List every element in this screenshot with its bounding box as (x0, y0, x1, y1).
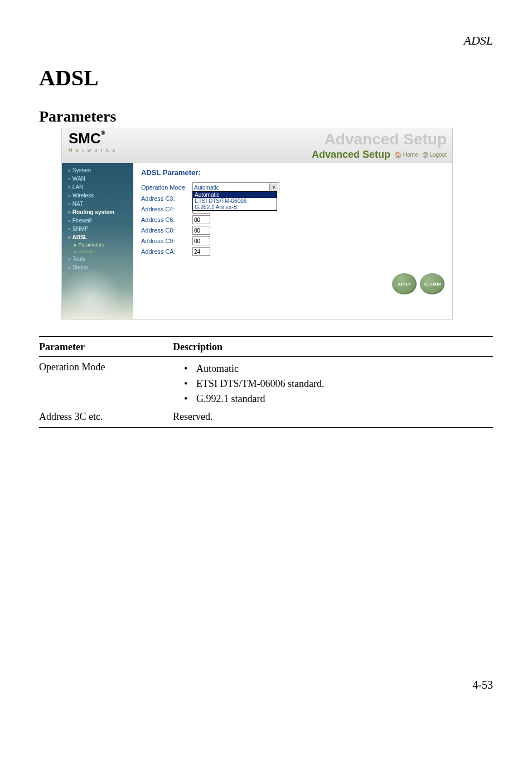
bullet-icon: ○ (67, 209, 71, 215)
address-row: Address C6: (141, 215, 444, 224)
sidebar-item-tools[interactable]: ○ Tools (62, 255, 133, 263)
logo-text: SMC (69, 130, 101, 147)
dropdown-option[interactable]: Automatic (193, 192, 277, 198)
address-row: Address CA: (141, 247, 444, 256)
address-row: Address C9: (141, 236, 444, 245)
logout-link[interactable]: @ Logout (422, 152, 447, 158)
sidebar-item-wireless[interactable]: ○ Wireless (62, 191, 133, 200)
list-item: G.992.1 standard (184, 391, 493, 407)
bullet-icon: ○ (67, 184, 71, 190)
sidebar-item-label: Tools (72, 256, 85, 262)
home-link[interactable]: 🏠 Home (395, 152, 418, 158)
bullet-icon: ○ (67, 176, 71, 182)
page-number: 4-53 (472, 679, 493, 691)
section-heading: Parameters (39, 108, 493, 125)
content-panel: ADSL Parameter: Operation Mode: Automati… (133, 163, 452, 319)
sidebar-sub-label: Status (79, 249, 93, 254)
table-top-rule (39, 336, 493, 337)
address-input[interactable] (192, 236, 210, 245)
advanced-setup-label: Advanced Setup (312, 149, 390, 161)
sidebar-item-label: ADSL (72, 234, 87, 240)
sidebar-item-snmp[interactable]: ○ SNMP (62, 225, 133, 233)
address-label: Address C9: (141, 238, 192, 244)
table-bottom-rule (39, 427, 493, 428)
sidebar-sub-parameters[interactable]: ▸ Parameters (62, 241, 133, 248)
sidebar-item-label: WAN (72, 176, 85, 182)
bullet-icon: ○ (67, 201, 71, 207)
sidebar-item-lan[interactable]: ○ LAN (62, 183, 133, 191)
address-row: Address C3: (141, 194, 444, 203)
home-icon: 🏠 (395, 152, 402, 158)
content-heading: ADSL Parameter: (141, 168, 444, 177)
sidebar-item-system[interactable]: ○ System (62, 166, 133, 175)
sidebar-sub-status[interactable]: ▸ Status (62, 248, 133, 255)
screenshot-header: SMC ® N e t w o r k s Advanced Setup Adv… (62, 128, 452, 163)
sidebar-item-label: SNMP (72, 226, 89, 232)
address-label: Address C3: (141, 195, 192, 202)
bullet-icon: ○ (67, 226, 71, 232)
table-cell-description: Automatic ETSI DTS/TM-06006 standard. G.… (173, 359, 493, 409)
sidebar-decoration (62, 269, 133, 319)
logo: SMC ® N e t w o r k s (62, 128, 123, 163)
registered-icon: ® (101, 130, 105, 136)
operation-mode-value: Automatic (194, 185, 219, 191)
sidebar-item-label: Firewall (72, 217, 91, 224)
bullet-icon: ○ (67, 256, 71, 262)
address-label: Address CA: (141, 248, 192, 255)
sidebar-item-label: System (72, 167, 91, 173)
sidebar-item-wan[interactable]: ○ WAN (62, 175, 133, 183)
list-item: Automatic (184, 361, 493, 376)
home-label: Home (403, 152, 418, 158)
sidebar-item-adsl[interactable]: ○ ADSL (62, 233, 133, 241)
logout-label: Logout (429, 152, 447, 158)
table-cell-description: Reserved. (173, 409, 493, 425)
address-input[interactable] (192, 215, 210, 224)
operation-mode-dropdown: Automatic ETSI DTS/TM-06006 G.992.1 Anne… (192, 191, 277, 211)
sidebar-item-label: NAT (72, 201, 83, 207)
logout-icon: @ (422, 152, 428, 158)
list-item: ETSI DTS/TM-06006 standard. (184, 376, 493, 391)
sidebar: ○ System ○ WAN ○ LAN ○ Wireless ○ NAT ○ … (62, 163, 133, 319)
table-header-parameter: Parameter (39, 340, 173, 354)
operation-mode-label: Operation Mode: (141, 184, 192, 191)
chevron-down-icon: ▼ (269, 183, 278, 191)
dropdown-option[interactable]: G.992.1 Annex-B (193, 204, 277, 210)
dropdown-option[interactable]: ETSI DTS/TM-06006 (193, 198, 277, 204)
bullet-icon: ○ (67, 217, 71, 224)
bullet-icon: ○ (67, 234, 71, 240)
logo-subtext: N e t w o r k s (69, 147, 116, 153)
table-cell-parameter: Operation Mode (39, 359, 173, 409)
bullet-icon: ○ (67, 192, 71, 199)
table-cell-parameter: Address 3C etc. (39, 409, 173, 425)
sidebar-item-label: Wireless (72, 192, 94, 199)
retrain-button[interactable]: RETRAIN (420, 273, 444, 294)
bullet-icon: ○ (67, 167, 71, 173)
address-input[interactable] (192, 226, 210, 235)
sidebar-item-label: LAN (72, 184, 83, 190)
sidebar-item-firewall[interactable]: ○ Firewall (62, 216, 133, 225)
table-rule (39, 356, 493, 357)
address-input[interactable] (192, 247, 210, 256)
address-label: Address C8: (141, 227, 192, 234)
running-header: ADSL (39, 33, 493, 48)
page-title: ADSL (39, 65, 493, 91)
sidebar-item-nat[interactable]: ○ NAT (62, 200, 133, 208)
sidebar-sub-label: Parameters (79, 242, 105, 248)
header-right: Advanced Setup 🏠 Home @ Logout (312, 149, 447, 161)
sidebar-item-label: Routing system (72, 209, 114, 215)
parameter-table: Parameter Description Operation Mode Aut… (39, 340, 493, 430)
sidebar-item-routing[interactable]: ○ Routing system (62, 208, 133, 216)
address-label: Address C4: (141, 206, 192, 212)
address-row: Address C8: (141, 226, 444, 235)
operation-mode-row: Operation Mode: Automatic ▼ Automatic ET… (141, 182, 444, 192)
address-label: Address C6: (141, 216, 192, 223)
watermark-text: Advanced Setup (325, 130, 447, 148)
apply-button[interactable]: APPLY (392, 273, 417, 294)
router-screenshot: SMC ® N e t w o r k s Advanced Setup Adv… (61, 128, 453, 320)
address-row: Address C4: (141, 205, 444, 214)
table-header-description: Description (173, 340, 493, 354)
